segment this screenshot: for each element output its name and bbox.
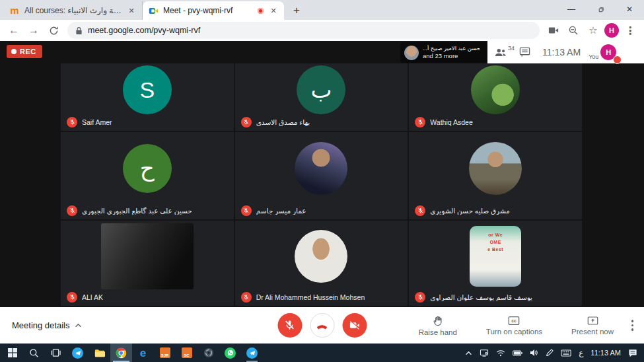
close-tab-icon[interactable]: ✕ <box>126 5 137 16</box>
participant-tile[interactable]: ALI AK <box>61 221 234 306</box>
camera-in-use-icon[interactable] <box>545 22 562 39</box>
tab-meet[interactable]: Meet - pvy-wqmi-rvf ✕ <box>143 1 284 20</box>
participant-name: مشرق صليه حسن الشويري <box>430 207 510 215</box>
task-view-icon[interactable] <box>45 344 67 362</box>
edge-app-icon[interactable]: e <box>132 344 154 362</box>
tab-recording-indicator-icon <box>258 8 264 14</box>
orange-app2-icon[interactable]: SC <box>176 344 197 362</box>
mic-muted-icon <box>241 292 252 303</box>
orange-app1-icon[interactable]: SJR <box>154 344 176 362</box>
bookmark-star-icon[interactable]: ☆ <box>585 22 602 39</box>
browser-profile-avatar[interactable]: H <box>604 23 619 38</box>
participant-avatar: ح <box>123 144 172 193</box>
meeting-details-button[interactable]: Meeting details <box>12 320 82 330</box>
presenter-pill[interactable]: حسن عبد الامير صبيح أ... and 23 more <box>400 42 487 63</box>
address-bar[interactable]: meet.google.com/pvy-wqmi-rvf <box>67 22 540 39</box>
browser-toolbar: ← → meet.google.com/pvy-wqmi-rvf ☆ H ⋮ <box>0 20 644 41</box>
camera-lens-app-icon[interactable] <box>197 344 219 362</box>
tab-title: All courses: جامعة وارث الانبياء <box>24 6 122 15</box>
participant-tile[interactable]: مشرق صليه حسن الشويري <box>409 132 582 219</box>
captions-button[interactable]: cc Turn on captions <box>486 316 542 336</box>
participant-name: عمار ميسر جاسم <box>256 207 306 215</box>
participant-name: يوسف قاسم يوسف علوان الصراوي <box>430 293 532 301</box>
telegram-app-icon[interactable] <box>67 344 89 362</box>
tray-wifi-icon[interactable] <box>496 349 505 357</box>
participant-tile[interactable]: عمار ميسر جاسم <box>235 132 408 219</box>
recording-badge: REC <box>7 45 42 58</box>
windows-taskbar: e SJR SC <box>0 344 644 362</box>
forward-icon[interactable]: → <box>25 22 42 39</box>
present-now-label: Present now <box>571 328 614 336</box>
zoom-out-icon[interactable] <box>565 22 582 39</box>
close-window-button[interactable]: ✕ <box>615 0 644 18</box>
participant-name: Saif Amer <box>82 118 112 126</box>
tray-volume-icon[interactable] <box>530 349 538 357</box>
presenter-name: حسن عبد الامير صبيح أ... <box>423 45 480 52</box>
mic-muted-icon <box>415 117 425 127</box>
meet-bottom-bar: Meeting details Raise hand <box>0 307 644 344</box>
tray-battery-icon[interactable] <box>513 350 522 356</box>
more-options-icon[interactable] <box>631 320 634 331</box>
participant-avatar <box>469 142 522 195</box>
language-indicator[interactable]: ع <box>579 348 583 357</box>
participant-avatar <box>295 142 347 195</box>
participant-tile[interactable]: S Saif Amer <box>61 63 234 131</box>
tray-display-icon[interactable] <box>480 349 489 357</box>
participants-button[interactable]: 34 <box>494 48 507 57</box>
participant-tile[interactable]: ح حسين علي عبد گاطع الجبوري الجبوري <box>61 132 234 219</box>
participant-name-row: Saif Amer <box>67 117 112 127</box>
participant-name-row: Wathiq Asdee <box>415 117 472 127</box>
browser-tab-strip: m All courses: جامعة وارث الانبياء ✕ Mee… <box>0 0 644 20</box>
tray-touch-keyboard-icon[interactable] <box>561 349 571 357</box>
close-tab-icon[interactable]: ✕ <box>268 5 279 16</box>
telegram2-app-icon[interactable] <box>241 344 263 362</box>
participant-name: حسين علي عبد گاطع الجبوري الجبوري <box>82 207 192 215</box>
raise-hand-label: Raise hand <box>419 328 457 336</box>
reload-icon[interactable] <box>45 22 62 39</box>
participant-count: 34 <box>508 45 515 52</box>
file-explorer-icon[interactable] <box>89 344 110 362</box>
taskbar-clock[interactable]: 11:13 AM <box>590 349 621 357</box>
participant-tile[interactable]: ب بهاء مصدق الاسدي <box>235 63 408 131</box>
tray-chevron-up-icon[interactable] <box>465 351 472 355</box>
presenter-more-count: and 23 more <box>423 52 480 60</box>
tray-pen-icon[interactable] <box>546 349 554 357</box>
chrome-app-icon[interactable] <box>110 344 132 362</box>
hang-up-button[interactable] <box>310 313 334 338</box>
participant-grid: S Saif Amer ب بهاء مصدق الاسدي <box>61 63 582 306</box>
you-label: You <box>589 54 598 60</box>
start-button[interactable] <box>1 344 23 362</box>
orange-app1-label: SJR <box>160 347 170 358</box>
participant-tile[interactable]: Dr Ali Mohammed Hussein Mohsen <box>235 221 408 306</box>
participant-name-row: حسين علي عبد گاطع الجبوري الجبوري <box>67 205 192 216</box>
tab-moodle[interactable]: m All courses: جامعة وارث الانبياء ✕ <box>4 1 143 20</box>
moodle-favicon-icon: m <box>9 5 20 16</box>
new-tab-button[interactable]: + <box>288 2 305 19</box>
restore-window-button[interactable] <box>586 0 615 18</box>
participant-name-row: يوسف قاسم يوسف علوان الصراوي <box>415 292 532 303</box>
rec-label: REC <box>20 48 36 55</box>
minimize-window-button[interactable]: — <box>557 0 586 18</box>
search-icon[interactable] <box>23 344 45 362</box>
chat-button[interactable] <box>519 47 530 57</box>
participant-name: Wathiq Asdee <box>430 118 472 126</box>
mic-toggle-button[interactable] <box>277 313 302 338</box>
participant-name: Dr Ali Mohammed Hussein Mohsen <box>256 293 365 301</box>
meet-main: REC حسن عبد الامير صبيح أ... and 23 more… <box>0 41 644 344</box>
participant-tile[interactable]: or WeOMEe Best يوسف قاسم يوسف علوان الصر… <box>409 221 582 306</box>
camera-toggle-button[interactable] <box>342 313 367 338</box>
mic-muted-icon <box>241 205 252 216</box>
browser-menu-icon[interactable]: ⋮ <box>622 22 639 39</box>
present-now-button[interactable]: Present now <box>571 316 614 336</box>
hand-icon <box>433 315 443 326</box>
mic-muted-icon <box>67 292 77 303</box>
participant-avatar <box>471 65 520 114</box>
back-icon[interactable]: ← <box>5 22 22 39</box>
whatsapp-app-icon[interactable] <box>219 344 241 362</box>
screen: m All courses: جامعة وارث الانبياء ✕ Mee… <box>0 0 644 362</box>
participant-tile[interactable]: Wathiq Asdee <box>409 63 582 131</box>
rec-dot-icon <box>11 49 17 54</box>
action-center-icon[interactable] <box>628 349 637 357</box>
meet-header-bar: 34 11:13 AM You H <box>487 41 644 63</box>
raise-hand-button[interactable]: Raise hand <box>419 315 457 336</box>
